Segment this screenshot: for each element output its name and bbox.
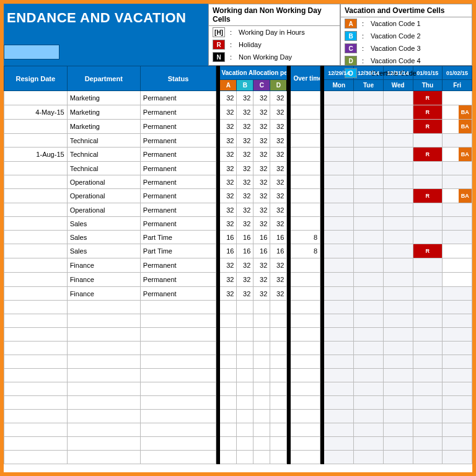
ot-cell[interactable] — [291, 258, 320, 273]
ot-cell[interactable] — [291, 148, 320, 162]
alloc-cell[interactable]: 32 — [220, 273, 237, 287]
cell[interactable] — [140, 314, 216, 328]
cell[interactable] — [67, 437, 140, 451]
alloc-cell[interactable]: 32 — [270, 273, 287, 287]
alloc-cell[interactable]: 32 — [220, 203, 237, 217]
day-cell[interactable] — [354, 203, 384, 217]
alloc-cell[interactable]: 32 — [220, 105, 237, 120]
dept-cell[interactable]: Technical — [67, 148, 140, 162]
alloc-cell[interactable]: 32 — [237, 175, 253, 189]
day-cell[interactable] — [413, 231, 443, 244]
cell[interactable] — [383, 437, 413, 451]
alloc-cell[interactable]: 32 — [270, 287, 287, 301]
col-dept[interactable]: Department — [67, 66, 140, 91]
day-cell[interactable]: R — [413, 148, 443, 162]
alloc-cell[interactable]: 32 — [253, 273, 270, 287]
day-cell[interactable] — [324, 287, 354, 301]
cell[interactable] — [140, 410, 216, 423]
ot-cell[interactable] — [291, 203, 320, 217]
day-cell[interactable] — [354, 175, 384, 189]
dayname[interactable]: Thu — [413, 80, 443, 91]
alloc-cell[interactable]: 32 — [270, 258, 287, 273]
status-cell[interactable]: Permanent — [140, 105, 216, 120]
table-row[interactable]: MarketingPermanent32323232R8 — [4, 91, 472, 105]
cell[interactable] — [413, 328, 443, 342]
status-cell[interactable]: Permanent — [140, 287, 216, 301]
resign-cell[interactable]: 4-May-15 — [4, 105, 68, 120]
day-cell[interactable] — [443, 175, 472, 189]
cell[interactable] — [220, 301, 237, 314]
day-cell[interactable] — [324, 273, 354, 287]
cell[interactable] — [354, 451, 384, 464]
cell[interactable] — [237, 410, 253, 423]
day-cell[interactable]: 8BA — [443, 148, 472, 162]
cell[interactable] — [4, 437, 68, 451]
cell[interactable] — [253, 396, 270, 410]
cell[interactable] — [443, 382, 472, 396]
cell[interactable] — [413, 423, 443, 437]
cell[interactable] — [4, 328, 68, 342]
cell[interactable] — [443, 301, 472, 314]
alloc-cell[interactable]: 32 — [237, 148, 253, 162]
table-row[interactable]: OperationalPermanent32323232R8BA — [4, 189, 472, 203]
cell[interactable] — [253, 314, 270, 328]
alloc-cell[interactable]: 32 — [253, 162, 270, 175]
cell[interactable] — [237, 328, 253, 342]
resign-cell[interactable] — [4, 91, 68, 105]
ot-cell[interactable] — [291, 287, 320, 301]
resign-cell[interactable] — [4, 273, 68, 287]
cell[interactable] — [270, 396, 287, 410]
cell[interactable] — [413, 342, 443, 355]
dept-cell[interactable]: Sales — [67, 217, 140, 231]
resign-cell[interactable] — [4, 231, 68, 244]
table-row-empty[interactable] — [4, 396, 472, 410]
cell[interactable] — [324, 328, 354, 342]
cell[interactable] — [4, 301, 68, 314]
col-status[interactable]: Status — [140, 66, 216, 91]
alloc-cell[interactable]: 32 — [220, 217, 237, 231]
day-cell[interactable]: 8 — [443, 273, 472, 287]
alloc-cell[interactable]: 16 — [220, 231, 237, 244]
day-cell[interactable] — [383, 120, 413, 134]
cell[interactable] — [324, 314, 354, 328]
resign-cell[interactable] — [4, 203, 68, 217]
cell[interactable] — [413, 382, 443, 396]
alloc-cell[interactable]: 32 — [220, 258, 237, 273]
day-cell[interactable] — [354, 244, 384, 258]
status-cell[interactable]: Permanent — [140, 91, 216, 105]
cell[interactable] — [253, 423, 270, 437]
cell[interactable] — [140, 423, 216, 437]
status-cell[interactable]: Permanent — [140, 175, 216, 189]
day-cell[interactable] — [383, 244, 413, 258]
alloc-cell[interactable]: 32 — [253, 120, 270, 134]
day-cell[interactable] — [383, 134, 413, 148]
cell[interactable] — [4, 423, 68, 437]
dept-cell[interactable]: Marketing — [67, 105, 140, 120]
day-cell[interactable] — [354, 273, 384, 287]
resign-cell[interactable] — [4, 189, 68, 203]
table-row[interactable]: OperationalPermanent32323232 — [4, 175, 472, 189]
cell[interactable] — [4, 451, 68, 464]
cell[interactable] — [253, 342, 270, 355]
day-cell[interactable] — [413, 134, 443, 148]
day-cell[interactable] — [383, 148, 413, 162]
dept-cell[interactable]: Finance — [67, 287, 140, 301]
day-cell[interactable] — [383, 91, 413, 105]
cell[interactable] — [220, 355, 237, 369]
col-alloc[interactable]: Vacation Allocation per Year (Hour) — [220, 66, 287, 80]
cell[interactable] — [413, 410, 443, 423]
cell[interactable] — [140, 342, 216, 355]
col-resign[interactable]: Resign Date — [4, 66, 68, 91]
alloc-cell[interactable]: 32 — [220, 287, 237, 301]
day-cell[interactable] — [443, 217, 472, 231]
cell[interactable] — [140, 396, 216, 410]
cell[interactable] — [67, 314, 140, 328]
alloc-cell[interactable]: 32 — [270, 217, 287, 231]
cell[interactable] — [270, 369, 287, 382]
dept-cell[interactable]: Sales — [67, 231, 140, 244]
alloc-cell[interactable]: 32 — [253, 105, 270, 120]
day-cell[interactable] — [383, 273, 413, 287]
day-cell[interactable] — [413, 217, 443, 231]
cell[interactable] — [67, 355, 140, 369]
cell[interactable] — [291, 382, 320, 396]
